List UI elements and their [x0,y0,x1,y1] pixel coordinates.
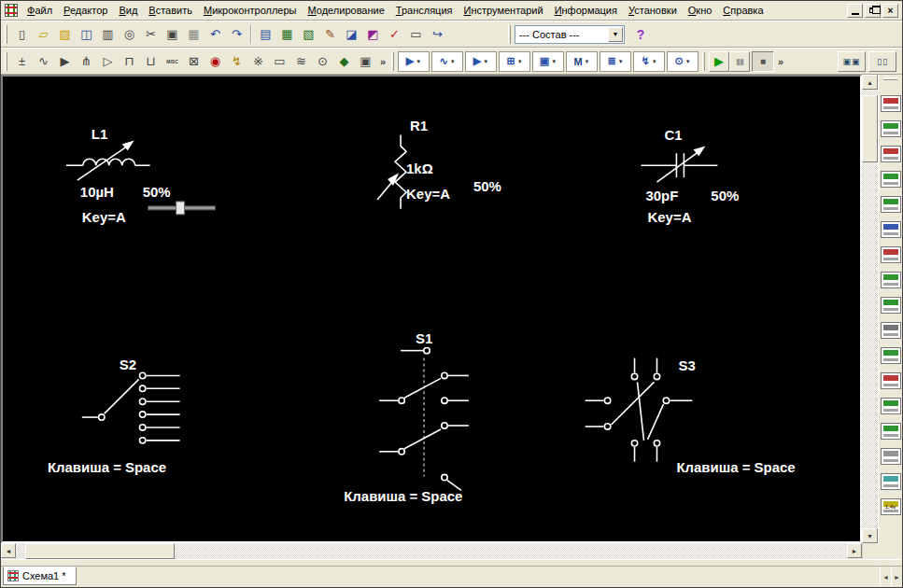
analyses-dropdown-8-icon[interactable]: ↯ ▼ [633,51,665,72]
vertical-scroll-thumb[interactable] [862,95,878,162]
menu-options[interactable]: Установки [623,2,683,19]
oscilloscope-icon[interactable] [881,171,901,188]
vertical-scrollbar[interactable]: ▲ ▼ [862,75,878,543]
chevron-down-icon[interactable]: ▼ [585,59,590,64]
scroll-left-icon[interactable]: ◄ [1,543,16,558]
postprocessor-icon[interactable]: ◩ [362,24,384,45]
word-generator-icon[interactable] [881,272,901,288]
redo-icon[interactable]: ↷ [226,24,247,45]
agilent-oscilloscope-icon[interactable] [881,473,901,490]
stop-simulation-icon[interactable]: ■ [752,51,774,72]
cut-icon[interactable]: ✂ [140,24,162,45]
component-S2[interactable]: S2 Клавиша = Space [48,357,180,475]
paste-icon[interactable]: ▦ [183,24,205,45]
chevron-down-icon[interactable]: ▼ [416,59,421,64]
electrical-rules-check-icon[interactable]: ✓ [384,24,405,45]
wattmeter-icon[interactable] [881,146,901,162]
print-preview-icon[interactable]: ◎ [119,24,140,45]
tab-schema1[interactable]: Схема1 * [3,567,77,585]
place-rf-icon[interactable]: ≋ [290,51,312,72]
restore-icon[interactable] [865,4,881,18]
database-manager-icon[interactable]: ▧ [298,24,319,45]
horizontal-scroll-thumb[interactable] [25,543,175,559]
place-mixed-icon[interactable]: ⊠ [183,51,205,72]
component-S1[interactable]: S1 Клавиша = Space [344,330,469,505]
place-advanced-peripherals-icon[interactable]: ▭ [269,51,290,72]
analyses-dropdown-6-icon[interactable]: M ▼ [566,51,598,72]
grapher-icon[interactable]: ◪ [341,24,362,45]
undo-icon[interactable]: ↶ [205,24,226,45]
analyses-dropdown-9-icon[interactable]: ⊙ ▼ [667,51,698,72]
toolbar-grip[interactable] [391,52,394,71]
distortion-analyzer-icon[interactable] [881,372,901,389]
toolbar-grip[interactable] [5,25,7,44]
tab-scroll-right-icon[interactable]: ► [891,567,902,587]
design-toolbox-icon[interactable]: ▤ [255,24,276,45]
menu-help[interactable]: Справка [717,2,769,19]
measurement-probe-icon[interactable]: 1.4v [881,498,901,515]
place-diode-icon[interactable]: ▶ [54,51,76,72]
in-use-list-combobox[interactable]: --- Состав --- ▼ [515,25,625,44]
menu-transfer[interactable]: Трансляция [390,2,459,19]
schematic-canvas[interactable]: L1 10µH 50% Key=A R1 1kΩ [1,75,862,543]
network-analyzer-icon[interactable] [881,423,901,440]
component-R1[interactable]: R1 1kΩ Key=A 50% [377,118,501,209]
component-C1[interactable]: C1 30pF 50% Key=A [642,127,740,224]
analyses-dropdown-1-icon[interactable]: ▶ ▼ [398,51,430,72]
toolbar-grip[interactable] [883,77,897,80]
slider-thumb[interactable] [176,202,185,215]
place-misc-icon[interactable]: ※ [247,51,269,72]
run-simulation-icon[interactable]: ▶ [709,51,729,72]
place-ttl-icon[interactable]: ⊓ [119,51,140,72]
component-S3[interactable]: S3 Клавиша = Space [586,358,796,475]
menu-tools[interactable]: Инструментарий [459,2,549,19]
combo-dropdown-icon[interactable]: ▼ [608,27,623,42]
simulation-overflow-button[interactable]: » [774,51,787,72]
place-ni-component-icon[interactable]: ◆ [333,51,355,72]
analyses-dropdown-2-icon[interactable]: ∿ ▼ [431,51,463,72]
toolbar-grip[interactable] [508,25,511,44]
component-L1[interactable]: L1 10µH 50% Key=A [66,126,216,224]
menu-mcu[interactable]: Микроконтроллеры [198,2,303,19]
analyses-dropdown-5-icon[interactable]: ▣ ▼ [532,51,564,72]
menu-file[interactable]: Файл [21,2,58,19]
place-power-icon[interactable]: ↯ [226,51,247,72]
menu-edit[interactable]: Редактор [58,2,113,19]
place-source-icon[interactable]: ± [11,51,33,72]
menu-simulate[interactable]: Моделирование [303,2,390,19]
place-cmos-icon[interactable]: ⊔ [140,51,162,72]
close-icon[interactable]: × [882,4,898,18]
open-sample-icon[interactable]: ▨ [54,24,76,45]
spectrum-analyzer-icon[interactable] [881,398,901,414]
chevron-down-icon[interactable]: ▼ [618,59,624,64]
four-channel-oscilloscope-icon[interactable] [881,196,901,213]
place-misc-digital-icon[interactable]: MISC [162,51,183,72]
analyses-dropdown-3-icon[interactable]: ▶ ▼ [465,51,497,72]
logic-analyzer-icon[interactable] [881,297,901,314]
vertical-scroll-track[interactable] [862,90,878,528]
chevron-down-icon[interactable]: ▼ [517,59,523,64]
frequency-counter-icon[interactable] [881,246,901,263]
l1-percent-slider[interactable] [148,202,216,215]
place-indicator-icon[interactable]: ◉ [205,51,226,72]
horizontal-scroll-track[interactable] [16,543,847,559]
function-generator-icon[interactable] [881,120,901,137]
menu-reports[interactable]: Информация [549,2,623,19]
toolbar-grip[interactable] [5,52,7,71]
components-overflow-button[interactable]: » [376,51,389,72]
place-basic-icon[interactable]: ∿ [33,51,54,72]
help-icon[interactable]: ? [630,24,651,45]
save-icon[interactable]: ◫ [76,24,97,45]
copy-icon[interactable]: ▣ [162,24,183,45]
analyses-dropdown-7-icon[interactable]: ≣ ▼ [600,51,631,72]
new-file-icon[interactable]: ▯ [11,24,33,45]
print-icon[interactable]: ▥ [97,24,119,45]
chevron-down-icon[interactable]: ▼ [685,59,691,64]
iv-analyzer-icon[interactable] [881,347,901,364]
chevron-down-icon[interactable]: ▼ [551,59,557,64]
toolbar-grip[interactable] [702,52,705,71]
scroll-up-icon[interactable]: ▲ [862,75,878,90]
place-mcu-icon[interactable]: ▣ [355,51,376,72]
menu-window[interactable]: Окно [683,2,718,19]
spreadsheet-view-icon[interactable]: ▦ [276,24,298,45]
